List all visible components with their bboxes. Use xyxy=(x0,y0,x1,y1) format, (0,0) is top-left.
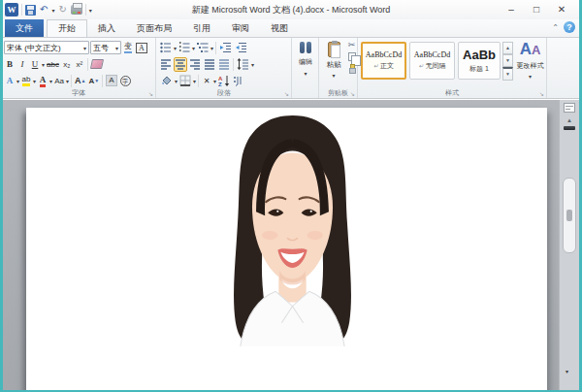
style-no-spacing[interactable]: AaBbCcDd ↵ 无间隔 xyxy=(409,42,455,80)
tab-view[interactable]: 视图 xyxy=(260,19,299,37)
editing-dropdown-icon[interactable]: ▾ xyxy=(304,70,307,77)
justify-button[interactable] xyxy=(203,57,216,72)
change-case-button[interactable]: Aa xyxy=(53,74,65,88)
superscript-button[interactable]: x² xyxy=(74,57,85,72)
text-effects-dropdown-icon[interactable]: ▾ xyxy=(16,78,19,84)
maximize-button[interactable]: □ xyxy=(524,0,549,19)
highlight-color-button[interactable]: ab xyxy=(20,74,32,88)
enclose-characters-button[interactable]: 字 xyxy=(119,74,132,88)
paste-button[interactable]: 粘贴 ▾ xyxy=(322,40,345,94)
view-ruler-icon[interactable] xyxy=(564,103,575,113)
blush-right xyxy=(307,231,323,240)
borders-dropdown-icon[interactable]: ▾ xyxy=(193,78,196,84)
divider xyxy=(87,58,88,71)
increase-indent-button[interactable] xyxy=(234,41,248,55)
document-page[interactable] xyxy=(26,108,547,392)
italic-button[interactable]: I xyxy=(16,57,28,72)
style-heading1[interactable]: AaBb 标题 1 xyxy=(458,42,501,80)
character-shading-button[interactable]: A xyxy=(105,74,117,88)
align-right-button[interactable] xyxy=(188,57,202,72)
paragraph-dialog-launcher-icon[interactable]: ↘ xyxy=(284,91,289,97)
asian-layout-dropdown-icon[interactable]: ▾ xyxy=(213,78,216,84)
font-size-combobox[interactable]: 五号 ▾ xyxy=(90,41,121,54)
format-painter-icon[interactable] xyxy=(347,64,356,74)
font-dialog-launcher-icon[interactable]: ↘ xyxy=(148,91,153,97)
change-case-dropdown-icon[interactable]: ▾ xyxy=(66,78,69,84)
underline-button[interactable]: U xyxy=(29,57,41,72)
subscript-button[interactable]: x₂ xyxy=(61,57,73,72)
shading-button[interactable] xyxy=(159,74,174,88)
decrease-indent-icon xyxy=(219,42,232,53)
scroll-bottom-icon[interactable]: ▾ xyxy=(566,369,568,375)
multilevel-dropdown-icon[interactable]: ▾ xyxy=(210,45,213,51)
character-border-button[interactable]: A xyxy=(135,41,148,55)
font-color-button[interactable]: A xyxy=(37,74,48,88)
scroll-up-icon[interactable]: ▲ xyxy=(564,115,575,125)
multilevel-list-button[interactable] xyxy=(196,41,210,55)
decrease-indent-button[interactable] xyxy=(218,41,233,55)
phonetic-guide-button[interactable]: 变 xyxy=(122,41,134,55)
change-styles-icon: AA xyxy=(520,40,541,60)
tab-file[interactable]: 文件 xyxy=(5,19,44,37)
copy-icon[interactable] xyxy=(348,52,356,61)
gallery-down-icon[interactable]: ▼ xyxy=(502,54,513,67)
text-effects-button[interactable]: A xyxy=(4,74,16,88)
line-spacing-dropdown-icon[interactable]: ▾ xyxy=(251,61,254,68)
bullets-dropdown-icon[interactable]: ▾ xyxy=(174,45,177,51)
clear-formatting-button[interactable] xyxy=(90,57,104,72)
change-styles-dropdown-icon[interactable]: ▾ xyxy=(529,73,532,80)
portrait-photo[interactable] xyxy=(212,114,373,346)
borders-button[interactable] xyxy=(178,74,192,88)
align-left-button[interactable] xyxy=(159,57,173,72)
minimize-button[interactable]: – xyxy=(499,0,524,19)
distribute-icon xyxy=(218,58,230,70)
asian-layout-button[interactable]: ✕ xyxy=(201,74,212,88)
tab-insert[interactable]: 插入 xyxy=(87,19,126,37)
editing-group[interactable]: 编辑 ▾ xyxy=(293,38,319,98)
tab-review[interactable]: 审阅 xyxy=(221,19,260,37)
show-hide-marks-button[interactable] xyxy=(232,74,243,88)
blush-left xyxy=(262,231,277,240)
numbering-dropdown-icon[interactable]: ▾ xyxy=(192,45,195,51)
split-handle-icon[interactable] xyxy=(564,126,575,130)
shading-dropdown-icon[interactable]: ▾ xyxy=(175,78,178,84)
scrollbar-track[interactable] xyxy=(563,178,576,253)
close-button[interactable]: ✕ xyxy=(549,0,574,19)
line-spacing-button[interactable] xyxy=(236,57,250,72)
font-color-dropdown-icon[interactable]: ▾ xyxy=(49,78,52,84)
paste-dropdown-icon[interactable]: ▾ xyxy=(332,72,335,79)
style-normal[interactable]: AaBbCcDd ↵ 正文 xyxy=(361,42,406,80)
tab-references[interactable]: 引用 xyxy=(182,19,221,37)
underline-dropdown-icon[interactable]: ▾ xyxy=(42,61,45,68)
clipboard-dialog-launcher-icon[interactable]: ↘ xyxy=(350,91,355,97)
bullets-button[interactable] xyxy=(159,41,173,55)
gallery-up-icon[interactable]: ▲ xyxy=(502,42,513,54)
align-center-button[interactable] xyxy=(174,57,187,72)
multilevel-list-icon xyxy=(197,42,209,53)
ribbon: 宋体 (中文正文) ▾ 五号 ▾ 变 A B I U ▾ abc x₂ x² xyxy=(0,37,582,99)
tab-home[interactable]: 开始 xyxy=(47,19,87,37)
align-center-icon xyxy=(175,58,186,70)
grow-font-button[interactable]: A▲ xyxy=(74,74,86,88)
distribute-button[interactable] xyxy=(217,57,231,72)
sort-button[interactable]: AZ xyxy=(217,74,231,88)
editing-group-label: 编辑 xyxy=(299,57,312,67)
vertical-scrollbar[interactable]: ▲ ▾ xyxy=(559,100,579,392)
font-name-combobox[interactable]: 宋体 (中文正文) ▾ xyxy=(4,41,89,54)
shrink-font-button[interactable]: A▼ xyxy=(88,74,101,88)
minimize-ribbon-icon[interactable]: ⌃ xyxy=(552,23,559,32)
bold-button[interactable]: B xyxy=(4,57,16,72)
tab-page-layout[interactable]: 页面布局 xyxy=(126,19,182,37)
font-name-value: 宋体 (中文正文) xyxy=(7,43,61,53)
scrollbar-thumb[interactable] xyxy=(566,210,572,221)
numbering-button[interactable] xyxy=(178,41,191,55)
styles-dialog-launcher-icon[interactable]: ↘ xyxy=(539,91,544,97)
cut-scissors-icon[interactable]: ✂ xyxy=(348,40,356,49)
eraser-icon xyxy=(90,59,104,69)
change-styles-button[interactable]: AA 更改样式 ▾ xyxy=(514,40,546,94)
help-icon[interactable]: ? xyxy=(564,21,575,33)
styles-group: AaBbCcDd ↵ 正文 AaBbCcDd ↵ 无间隔 AaBb 标题 1 ▲… xyxy=(358,38,547,98)
strikethrough-button[interactable]: abc xyxy=(46,57,60,72)
gallery-more-icon[interactable]: ▼ xyxy=(502,67,513,81)
highlight-dropdown-icon[interactable]: ▾ xyxy=(33,78,36,84)
